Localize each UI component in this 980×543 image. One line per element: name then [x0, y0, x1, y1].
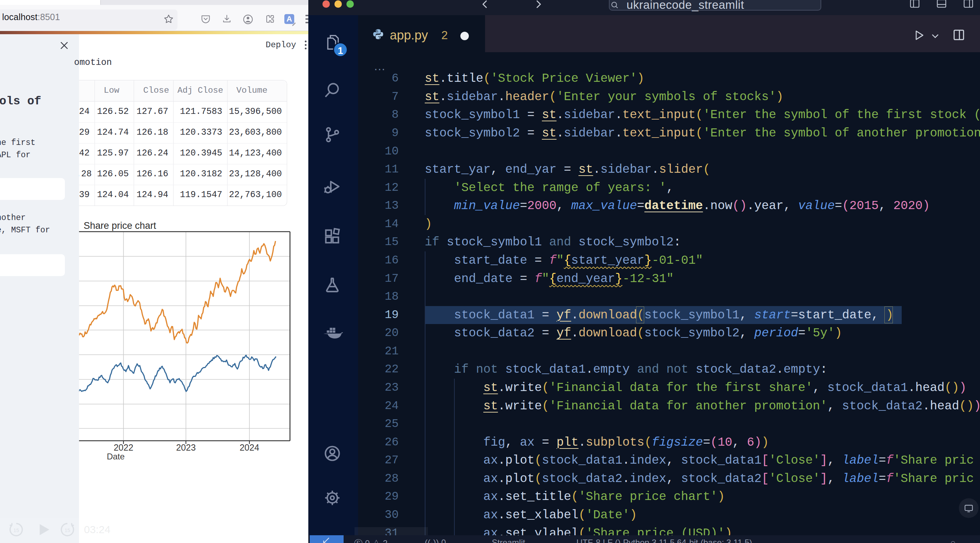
svg-text:2023: 2023	[176, 443, 196, 452]
svg-text:15: 15	[13, 527, 19, 533]
svg-text:15: 15	[65, 527, 70, 533]
svg-text:2024: 2024	[240, 443, 259, 452]
svg-text:Date: Date	[107, 452, 125, 461]
svg-text:Share price chart: Share price chart	[84, 221, 156, 231]
svg-text:2022: 2022	[114, 443, 134, 452]
